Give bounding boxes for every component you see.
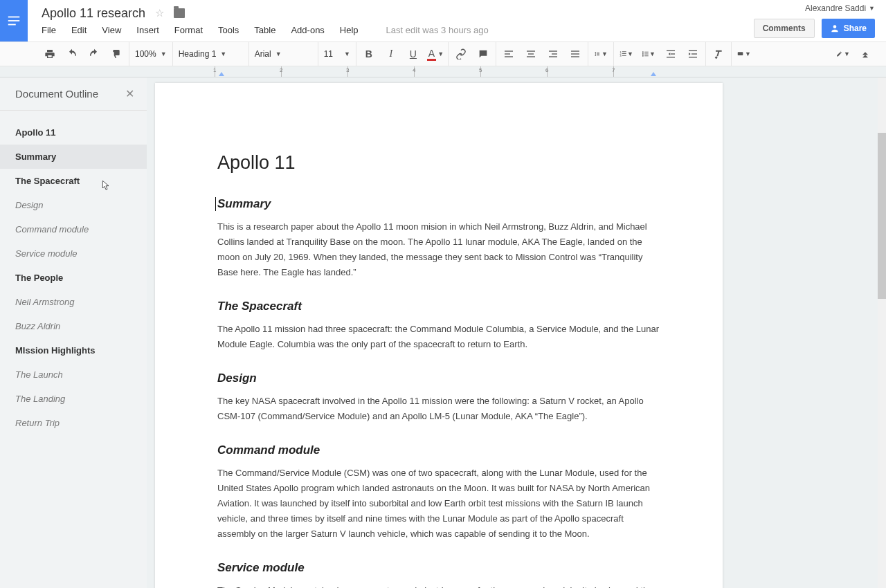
collapse-toolbar-icon[interactable] bbox=[858, 47, 872, 61]
svg-rect-32 bbox=[691, 53, 697, 54]
comments-button[interactable]: Comments bbox=[754, 19, 815, 38]
font-family-dropdown[interactable]: Arial▼ bbox=[255, 49, 282, 59]
editing-mode-icon[interactable]: ▼ bbox=[836, 47, 850, 61]
paint-format-icon[interactable] bbox=[109, 47, 123, 61]
scrollbar-track[interactable] bbox=[878, 77, 886, 588]
outline-item[interactable]: Command module bbox=[0, 217, 147, 241]
menu-file[interactable]: File bbox=[42, 25, 56, 35]
svg-point-26 bbox=[642, 55, 644, 57]
input-tools-icon[interactable]: ▼ bbox=[737, 47, 751, 61]
menu-format[interactable]: Format bbox=[174, 25, 203, 35]
outline-item[interactable]: Return Trip bbox=[0, 411, 147, 435]
outline-item[interactable]: The Landing bbox=[0, 387, 147, 411]
star-icon[interactable]: ☆ bbox=[155, 7, 164, 19]
insert-comment-icon[interactable] bbox=[476, 47, 490, 61]
section-heading[interactable]: Design bbox=[217, 371, 660, 385]
menu-addons[interactable]: Add-ons bbox=[291, 25, 324, 35]
print-icon[interactable] bbox=[43, 47, 57, 61]
align-justify-icon[interactable] bbox=[568, 47, 582, 61]
svg-point-24 bbox=[642, 53, 644, 55]
increase-indent-icon[interactable] bbox=[686, 47, 700, 61]
bulleted-list-icon[interactable]: ▼ bbox=[642, 47, 656, 61]
undo-icon[interactable] bbox=[65, 47, 79, 61]
svg-rect-10 bbox=[549, 50, 557, 51]
svg-rect-19 bbox=[622, 53, 626, 54]
scrollbar-thumb[interactable] bbox=[878, 133, 886, 299]
account-name[interactable]: Alexandre Saddi ▼ bbox=[805, 3, 875, 13]
zoom-dropdown[interactable]: 100%▼ bbox=[135, 49, 167, 59]
zoom-value: 100% bbox=[135, 49, 156, 59]
outline-item[interactable]: Summary bbox=[0, 145, 147, 169]
section-heading[interactable]: Command module bbox=[217, 443, 660, 457]
menu-tools[interactable]: Tools bbox=[218, 25, 239, 35]
svg-rect-28 bbox=[667, 50, 675, 51]
outline-item[interactable]: The People bbox=[0, 266, 147, 290]
outline-item[interactable]: Service module bbox=[0, 241, 147, 266]
ruler-number: 3 bbox=[346, 67, 349, 73]
horizontal-ruler[interactable]: 1234567 bbox=[0, 66, 886, 77]
section-body[interactable]: The Service Module contained oxygen, wat… bbox=[217, 583, 660, 588]
outline-item[interactable]: Buzz Aldrin bbox=[0, 314, 147, 338]
docs-app-icon[interactable] bbox=[0, 0, 28, 42]
document-title[interactable]: Apollo 11 research bbox=[42, 6, 145, 21]
svg-rect-5 bbox=[505, 53, 510, 54]
menu-insert[interactable]: Insert bbox=[136, 25, 159, 35]
section-body[interactable]: The Apollo 11 mission had three spacecra… bbox=[217, 322, 660, 352]
outline-item[interactable]: Neil Armstrong bbox=[0, 290, 147, 314]
close-icon[interactable]: ✕ bbox=[125, 87, 134, 100]
document-page[interactable]: Apollo 11 SummaryThis is a research pape… bbox=[155, 83, 723, 588]
paragraph-style-dropdown[interactable]: Heading 1▼ bbox=[179, 49, 227, 59]
svg-rect-13 bbox=[571, 50, 579, 51]
caret-down-icon: ▼ bbox=[869, 5, 875, 12]
ruler-number: 4 bbox=[413, 67, 415, 73]
svg-rect-33 bbox=[689, 57, 697, 57]
menu-help[interactable]: Help bbox=[340, 25, 359, 35]
section-heading[interactable]: Summary bbox=[217, 197, 660, 211]
section-body[interactable]: This is a research paper about the Apoll… bbox=[217, 219, 660, 280]
workspace: Document Outline ✕ Apollo 11SummaryThe S… bbox=[0, 77, 886, 588]
section-body[interactable]: The key NASA spacecraft involved in the … bbox=[217, 394, 660, 424]
svg-rect-6 bbox=[505, 56, 513, 57]
svg-rect-25 bbox=[644, 54, 649, 55]
document-scroll-area[interactable]: Apollo 11 SummaryThis is a research pape… bbox=[147, 77, 886, 588]
font-size-dropdown[interactable]: 11▼ bbox=[324, 49, 350, 59]
section-body[interactable]: The Command/Service Module (CSM) was one… bbox=[217, 466, 660, 542]
italic-button[interactable]: I bbox=[384, 47, 398, 61]
share-button[interactable]: Share bbox=[822, 19, 875, 38]
svg-point-22 bbox=[642, 51, 644, 53]
bold-button[interactable]: B bbox=[362, 47, 376, 61]
menu-table[interactable]: Table bbox=[254, 25, 275, 35]
svg-rect-27 bbox=[644, 55, 649, 56]
align-left-icon[interactable] bbox=[502, 47, 516, 61]
numbered-list-icon[interactable]: 123▼ bbox=[620, 47, 633, 61]
indent-marker-left-icon[interactable] bbox=[219, 72, 224, 76]
align-center-icon[interactable] bbox=[524, 47, 538, 61]
menu-view[interactable]: View bbox=[102, 25, 121, 35]
outline-title: Document Outline bbox=[15, 88, 98, 100]
underline-button[interactable]: U bbox=[406, 47, 420, 61]
folder-icon[interactable] bbox=[174, 8, 185, 18]
indent-marker-right-icon[interactable] bbox=[651, 72, 656, 76]
svg-rect-2 bbox=[8, 24, 16, 26]
decrease-indent-icon[interactable] bbox=[664, 47, 678, 61]
section-heading[interactable]: The Spacecraft bbox=[217, 300, 660, 313]
align-right-icon[interactable] bbox=[546, 47, 560, 61]
outline-item[interactable]: The Spacecraft bbox=[0, 169, 147, 193]
text-color-button[interactable]: A▼ bbox=[428, 47, 442, 61]
redo-icon[interactable] bbox=[87, 47, 101, 61]
menu-edit[interactable]: Edit bbox=[71, 25, 87, 35]
person-add-icon bbox=[830, 24, 840, 33]
outline-item[interactable]: The Launch bbox=[0, 362, 147, 387]
svg-rect-21 bbox=[622, 55, 626, 56]
svg-rect-0 bbox=[8, 17, 20, 18]
line-spacing-icon[interactable]: ▼ bbox=[594, 47, 608, 61]
insert-link-icon[interactable] bbox=[454, 47, 468, 61]
page-title[interactable]: Apollo 11 bbox=[217, 152, 660, 174]
clear-formatting-icon[interactable] bbox=[712, 47, 725, 61]
outline-list: Apollo 11SummaryThe SpacecraftDesignComm… bbox=[0, 111, 147, 435]
outline-item[interactable]: MIssion Highlights bbox=[0, 338, 147, 362]
outline-item[interactable]: Design bbox=[0, 193, 147, 217]
outline-item[interactable]: Apollo 11 bbox=[0, 120, 147, 145]
menu-bar: File Edit View Insert Format Tools Table… bbox=[42, 25, 740, 35]
section-heading[interactable]: Service module bbox=[217, 561, 660, 575]
